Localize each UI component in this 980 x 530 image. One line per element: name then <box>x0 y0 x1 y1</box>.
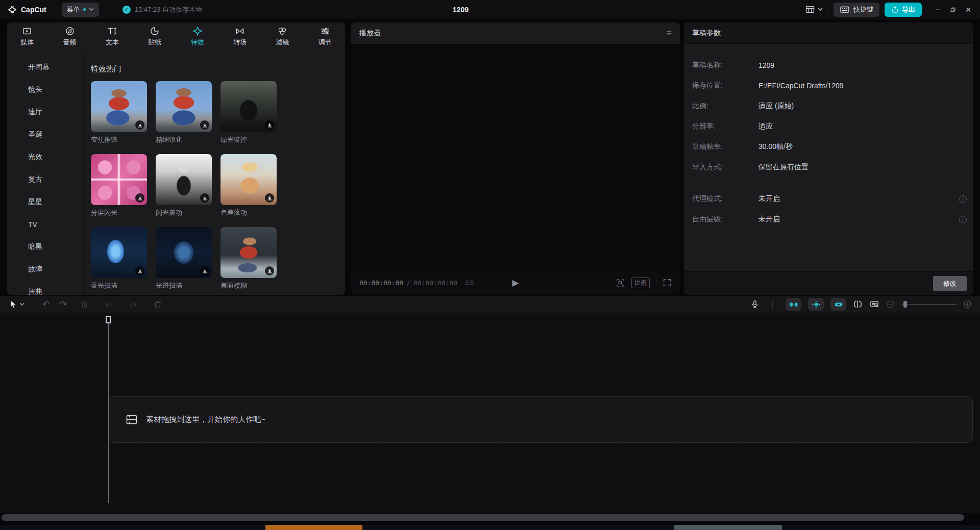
playhead-handle[interactable] <box>106 316 111 323</box>
player-viewport <box>351 44 680 270</box>
tab-adjust[interactable]: 调节 <box>305 26 345 52</box>
layout-icon <box>805 5 815 14</box>
effect-name: 表面模糊 <box>220 281 277 290</box>
close-button[interactable]: × <box>961 3 976 17</box>
download-icon[interactable] <box>265 120 274 130</box>
effect-item[interactable]: 光谱扫描 <box>156 227 212 290</box>
fullscreen-icon[interactable] <box>663 278 672 287</box>
category-tv[interactable]: TV <box>7 213 83 236</box>
info-icon[interactable]: i <box>959 195 967 203</box>
trim-right-icon <box>129 300 138 309</box>
split-preview-button[interactable] <box>853 300 863 309</box>
zoom-out-button[interactable] <box>886 300 895 309</box>
tab-label: 贴纸 <box>148 38 161 47</box>
preview-quality-icon[interactable] <box>616 278 625 288</box>
tool-dropdown-chevron[interactable] <box>19 302 24 306</box>
zoom-in-button[interactable] <box>963 300 972 309</box>
download-icon[interactable] <box>135 266 144 275</box>
capcut-logo: CapCut <box>7 6 46 14</box>
split-icon <box>80 300 89 309</box>
tab-transitions[interactable]: 转场 <box>220 26 260 52</box>
timecode: 00:00:00:00 / 00:00:00:00 <box>359 279 475 287</box>
cover-edit-button[interactable] <box>869 300 879 309</box>
tab-text[interactable]: 文本 <box>92 26 132 52</box>
trim-left-icon <box>104 300 113 309</box>
timeline-zoom-slider[interactable] <box>901 301 957 308</box>
effect-item[interactable]: 分屏闪光 <box>91 154 147 217</box>
download-icon[interactable] <box>200 120 209 130</box>
download-icon[interactable] <box>200 193 209 203</box>
effect-name: 变焦推镜 <box>91 135 147 144</box>
download-icon[interactable] <box>265 193 274 203</box>
tab-stickers[interactable]: 贴纸 <box>135 26 175 52</box>
play-button[interactable]: ▶ <box>512 277 519 288</box>
shortcuts-button[interactable]: 快捷键 <box>834 3 879 17</box>
chevron-down-icon <box>19 302 24 306</box>
modify-button[interactable]: 修改 <box>933 276 967 291</box>
category-disco[interactable]: 迪厅 <box>7 101 83 123</box>
effect-item[interactable]: 变焦推镜 <box>91 81 147 144</box>
menu-notification-dot <box>83 8 86 11</box>
autosave-status: ✓ 15:47:23 自动保存本地 <box>122 5 202 14</box>
info-icon[interactable]: i <box>959 216 967 223</box>
export-button[interactable]: 导出 <box>885 3 922 17</box>
timeline-area[interactable]: 素材拖拽到这里，开始你的大作吧~ <box>0 313 980 513</box>
category-dark[interactable]: 暗黑 <box>7 236 83 258</box>
tab-media[interactable]: 媒体 <box>7 26 47 52</box>
player-controls: 00:00:00:00 / 00:00:00:00 ▶ 比例 <box>351 270 680 295</box>
layout-switch-button[interactable] <box>805 5 823 14</box>
tab-audio[interactable]: 音频 <box>50 26 89 52</box>
effect-item[interactable]: 绿光监控 <box>220 81 277 144</box>
category-distort[interactable]: 扭曲 <box>7 281 83 295</box>
minus-circle-icon <box>886 300 895 309</box>
autosave-text: 15:47:23 自动保存本地 <box>135 5 202 14</box>
check-icon: ✓ <box>122 6 131 14</box>
undo-button[interactable]: ↶ <box>37 299 55 310</box>
download-icon[interactable] <box>200 266 209 275</box>
effect-item[interactable]: 蓝光扫描 <box>91 227 147 290</box>
trim-right-button[interactable] <box>121 300 145 309</box>
effect-thumbnail <box>220 81 277 132</box>
category-stars[interactable]: 星星 <box>7 191 83 213</box>
draft-row-free-layer: 自由层级: 未开启 i <box>692 209 967 230</box>
tab-effects[interactable]: 特效 <box>178 26 217 52</box>
category-retro[interactable]: 复古 <box>7 168 83 191</box>
download-icon[interactable] <box>135 193 144 203</box>
download-icon[interactable] <box>265 266 274 275</box>
auto-pack-toggle-button[interactable] <box>808 298 824 311</box>
category-light[interactable]: 光效 <box>7 146 83 168</box>
delete-button[interactable] <box>145 300 170 309</box>
tab-label: 特效 <box>191 38 204 47</box>
category-camera[interactable]: 镜头 <box>7 79 83 101</box>
divider <box>828 6 828 14</box>
slider-handle[interactable] <box>903 301 907 308</box>
effects-content: 特效热门 变焦推镜 精细锐化 绿光监控 <box>84 52 345 295</box>
redo-button[interactable]: ↷ <box>55 299 72 310</box>
effect-item[interactable]: 表面模糊 <box>220 227 277 290</box>
horizontal-scrollbar[interactable] <box>2 514 964 521</box>
timeline-dropzone[interactable]: 素材拖拽到这里，开始你的大作吧~ <box>109 396 973 443</box>
restore-button[interactable] <box>945 3 961 17</box>
snap-toggle-button[interactable] <box>786 298 801 311</box>
record-voiceover-button[interactable] <box>750 299 760 309</box>
trim-left-button[interactable] <box>96 300 121 309</box>
effect-thumbnail <box>156 154 212 205</box>
aspect-ratio-button[interactable]: 比例 <box>631 277 650 288</box>
player-panel: 播放器 ≡ 00:00:00:00 / 00:00:00:00 ▶ 比例 <box>351 22 680 295</box>
category-glitch[interactable]: 故障 <box>7 258 83 281</box>
minimize-button[interactable]: − <box>930 3 945 17</box>
download-icon[interactable] <box>135 120 144 130</box>
category-opening-closing[interactable]: 开闭幕 <box>7 56 83 79</box>
effect-item[interactable]: 精细锐化 <box>156 81 212 144</box>
preview-axis-toggle-button[interactable] <box>830 298 846 311</box>
split-button[interactable] <box>72 300 96 309</box>
select-tool-button[interactable] <box>8 299 17 309</box>
menu-button[interactable]: 菜单 <box>62 3 99 17</box>
category-christmas[interactable]: 圣诞 <box>7 123 83 146</box>
adjust-sliders-icon <box>320 26 330 36</box>
effect-item[interactable]: 色差流动 <box>220 154 277 217</box>
effect-item[interactable]: 闪光震动 <box>156 154 212 217</box>
tab-label: 滤镜 <box>276 38 289 47</box>
tab-filters[interactable]: 滤镜 <box>262 26 302 52</box>
player-menu-icon[interactable]: ≡ <box>666 28 672 39</box>
